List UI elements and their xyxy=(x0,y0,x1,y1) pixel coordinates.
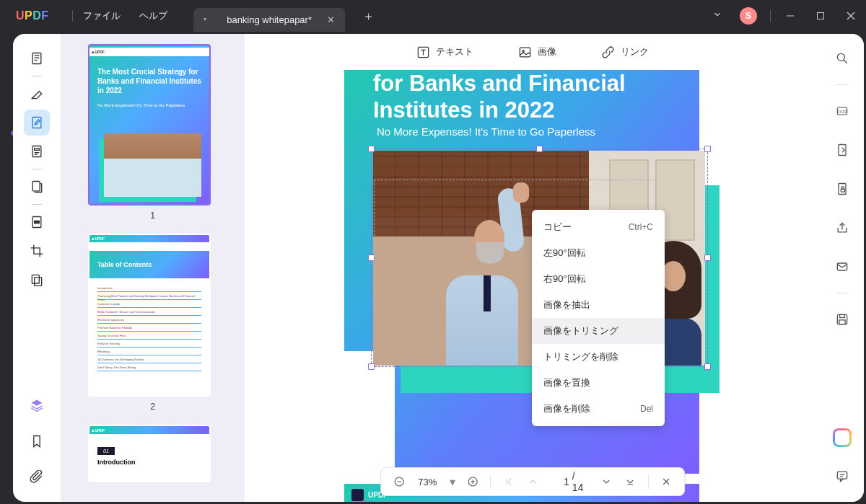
next-page-button[interactable] xyxy=(596,471,617,492)
toc-line xyxy=(97,331,201,332)
thumbnail-page-1[interactable]: ■ UPDF The Most Crucial Strategy for Ban… xyxy=(88,44,211,205)
bottom-bar: 73% ▾ / 14 xyxy=(380,467,685,496)
add-tab-button[interactable]: ＋ xyxy=(362,8,375,25)
tool-crop[interactable] xyxy=(24,238,50,264)
thumbnail-page-2[interactable]: ■ UPDF Table of Contents xyxy=(88,234,211,397)
tool-pages[interactable] xyxy=(24,267,50,293)
tool-highlighter[interactable] xyxy=(24,81,50,107)
zoom-dropdown-icon[interactable]: ▾ xyxy=(445,475,460,489)
svg-rect-4 xyxy=(32,53,41,64)
svg-rect-10 xyxy=(35,149,40,151)
tool-redact[interactable] xyxy=(24,209,50,235)
ctx-crop-image[interactable]: 画像をトリミング xyxy=(532,318,665,344)
close-bar-button[interactable] xyxy=(656,471,677,492)
toc-line xyxy=(97,347,201,348)
toc-line xyxy=(97,315,201,316)
chapter-title: Introduction xyxy=(97,459,209,466)
resize-handle[interactable] xyxy=(704,255,711,261)
search-button[interactable] xyxy=(829,45,855,71)
edit-tool-text[interactable]: テキスト xyxy=(416,45,473,59)
menu-file[interactable]: ファイル xyxy=(83,9,121,22)
avatar[interactable]: S xyxy=(740,7,757,25)
share-button[interactable] xyxy=(829,215,855,241)
protect-button[interactable] xyxy=(829,176,855,202)
toc-line xyxy=(97,299,201,300)
export-button[interactable] xyxy=(829,137,855,163)
ctx-rotate-right[interactable]: 右90°回転 xyxy=(532,266,665,292)
ctx-remove-crop[interactable]: トリミングを削除 xyxy=(532,344,665,370)
zoom-out-button[interactable] xyxy=(388,471,409,492)
thumb-number: 2 xyxy=(88,401,217,412)
toc-title: Table of Contents xyxy=(89,251,209,278)
resize-handle[interactable] xyxy=(536,146,543,152)
tool-edit[interactable] xyxy=(24,110,50,136)
thumbnail-page-3[interactable]: ■ UPDF 01 Introduction xyxy=(88,425,211,482)
comment-button[interactable] xyxy=(829,463,855,489)
ctx-replace-image[interactable]: 画像を置換 xyxy=(532,370,665,396)
separator xyxy=(32,204,42,205)
page-input[interactable] xyxy=(546,476,569,487)
chapter-number: 01 xyxy=(97,447,115,455)
edit-toolbar: テキスト 画像 リンク xyxy=(245,34,821,70)
ctx-extract-image[interactable]: 画像を抽出 xyxy=(532,292,665,318)
chevron-down-icon[interactable] xyxy=(712,9,722,22)
tool-layers[interactable] xyxy=(24,392,50,418)
resize-handle[interactable] xyxy=(704,363,711,370)
resize-handle[interactable] xyxy=(704,146,711,152)
content-wrap: ■ UPDF The Most Crucial Strategy for Ban… xyxy=(61,34,864,502)
close-tab-icon[interactable]: ✕ xyxy=(325,14,336,25)
edit-tool-image[interactable]: 画像 xyxy=(518,45,556,59)
email-button[interactable] xyxy=(829,254,855,280)
svg-rect-17 xyxy=(35,278,42,286)
main-area: ■ UPDF The Most Crucial Strategy for Ban… xyxy=(0,32,866,504)
tool-form[interactable] xyxy=(24,138,50,164)
separator xyxy=(32,76,42,76)
ctx-copy[interactable]: コピーCtrl+C xyxy=(532,214,665,240)
separator xyxy=(770,9,771,22)
menu-help[interactable]: ヘルプ xyxy=(139,9,167,22)
resize-handle[interactable] xyxy=(368,146,375,152)
tool-organize[interactable] xyxy=(24,174,50,200)
svg-line-31 xyxy=(844,60,847,63)
zoom-in-button[interactable] xyxy=(463,471,484,492)
canvas[interactable]: for Banks and FinancialInstitutes in 202… xyxy=(245,70,821,502)
svg-rect-8 xyxy=(32,118,41,128)
left-toolbar xyxy=(13,34,61,502)
svg-text:OCR: OCR xyxy=(838,110,847,114)
minimize-button[interactable] xyxy=(775,0,805,32)
svg-rect-9 xyxy=(32,146,41,157)
ai-button[interactable] xyxy=(833,428,852,447)
toc-line xyxy=(97,323,201,324)
ocr-button[interactable]: OCR xyxy=(829,98,855,124)
separator xyxy=(836,84,848,85)
prev-page-button[interactable] xyxy=(522,471,543,492)
toc-line xyxy=(97,355,201,355)
ctx-delete-image[interactable]: 画像を削除Del xyxy=(532,396,665,422)
thumb-subtitle: No More Expenses! It's Time to Go Paperl… xyxy=(97,103,185,107)
ctx-rotate-left[interactable]: 左90°回転 xyxy=(532,240,665,266)
separator xyxy=(648,474,649,489)
thumbnail-panel[interactable]: ■ UPDF The Most Crucial Strategy for Ban… xyxy=(61,34,245,502)
svg-rect-36 xyxy=(841,189,844,192)
save-button[interactable] xyxy=(829,306,855,332)
toc-line xyxy=(97,307,201,308)
first-page-button[interactable] xyxy=(499,471,520,492)
svg-rect-19 xyxy=(520,48,530,57)
thumb-title: The Most Crucial Strategy for Banks and … xyxy=(97,67,201,95)
toc-line xyxy=(97,371,201,371)
right-toolbar: OCR xyxy=(821,34,864,502)
document-tab[interactable]: ▴ banking whitepapar* ✕ xyxy=(193,8,345,32)
last-page-button[interactable] xyxy=(620,471,641,492)
tool-attachment[interactable] xyxy=(24,464,50,490)
svg-rect-1 xyxy=(818,13,824,19)
close-window-button[interactable] xyxy=(836,0,866,32)
thumb-number: 1 xyxy=(88,210,217,221)
maximize-button[interactable] xyxy=(805,0,836,32)
edit-tool-link[interactable]: リンク xyxy=(601,45,649,59)
zoom-value: 73% xyxy=(412,477,442,487)
app-logo: UPDF xyxy=(16,9,49,22)
tool-reader[interactable] xyxy=(24,45,50,71)
separator xyxy=(491,474,491,489)
page-total: / 14 xyxy=(572,470,593,493)
tool-bookmark[interactable] xyxy=(24,428,50,454)
